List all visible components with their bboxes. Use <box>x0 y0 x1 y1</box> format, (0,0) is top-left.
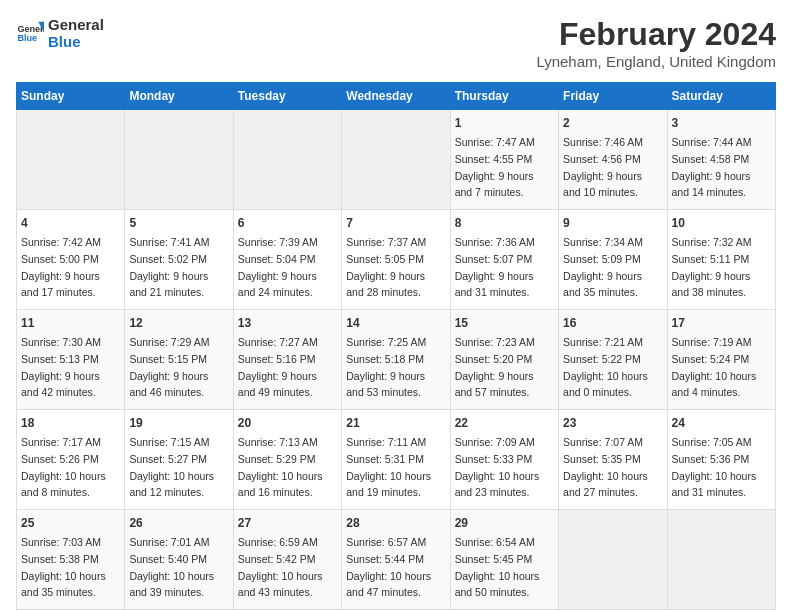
calendar-cell: 24Sunrise: 7:05 AM Sunset: 5:36 PM Dayli… <box>667 410 775 510</box>
calendar-cell: 5Sunrise: 7:41 AM Sunset: 5:02 PM Daylig… <box>125 210 233 310</box>
day-number: 23 <box>563 414 662 432</box>
weekday-header-monday: Monday <box>125 83 233 110</box>
calendar-cell: 18Sunrise: 7:17 AM Sunset: 5:26 PM Dayli… <box>17 410 125 510</box>
calendar-cell: 14Sunrise: 7:25 AM Sunset: 5:18 PM Dayli… <box>342 310 450 410</box>
calendar-cell: 22Sunrise: 7:09 AM Sunset: 5:33 PM Dayli… <box>450 410 558 510</box>
day-number: 10 <box>672 214 771 232</box>
day-info: Sunrise: 7:25 AM Sunset: 5:18 PM Dayligh… <box>346 336 426 398</box>
day-number: 7 <box>346 214 445 232</box>
calendar-cell: 11Sunrise: 7:30 AM Sunset: 5:13 PM Dayli… <box>17 310 125 410</box>
day-number: 16 <box>563 314 662 332</box>
calendar-cell: 29Sunrise: 6:54 AM Sunset: 5:45 PM Dayli… <box>450 510 558 610</box>
page-subtitle: Lyneham, England, United Kingdom <box>536 53 776 70</box>
calendar-table: SundayMondayTuesdayWednesdayThursdayFrid… <box>16 82 776 610</box>
day-info: Sunrise: 7:34 AM Sunset: 5:09 PM Dayligh… <box>563 236 643 298</box>
weekday-header-friday: Friday <box>559 83 667 110</box>
calendar-cell: 7Sunrise: 7:37 AM Sunset: 5:05 PM Daylig… <box>342 210 450 310</box>
day-number: 5 <box>129 214 228 232</box>
day-number: 11 <box>21 314 120 332</box>
calendar-cell: 2Sunrise: 7:46 AM Sunset: 4:56 PM Daylig… <box>559 110 667 210</box>
day-number: 24 <box>672 414 771 432</box>
day-number: 27 <box>238 514 337 532</box>
day-info: Sunrise: 7:03 AM Sunset: 5:38 PM Dayligh… <box>21 536 106 598</box>
day-info: Sunrise: 7:32 AM Sunset: 5:11 PM Dayligh… <box>672 236 752 298</box>
calendar-cell: 13Sunrise: 7:27 AM Sunset: 5:16 PM Dayli… <box>233 310 341 410</box>
weekday-header-saturday: Saturday <box>667 83 775 110</box>
logo: General Blue General Blue <box>16 16 104 50</box>
day-info: Sunrise: 7:42 AM Sunset: 5:00 PM Dayligh… <box>21 236 101 298</box>
logo-text-blue: Blue <box>48 33 104 50</box>
day-number: 29 <box>455 514 554 532</box>
day-number: 8 <box>455 214 554 232</box>
weekday-header-tuesday: Tuesday <box>233 83 341 110</box>
day-number: 17 <box>672 314 771 332</box>
calendar-cell: 8Sunrise: 7:36 AM Sunset: 5:07 PM Daylig… <box>450 210 558 310</box>
title-block: February 2024 Lyneham, England, United K… <box>536 16 776 70</box>
day-number: 21 <box>346 414 445 432</box>
calendar-cell: 4Sunrise: 7:42 AM Sunset: 5:00 PM Daylig… <box>17 210 125 310</box>
calendar-week-row: 1Sunrise: 7:47 AM Sunset: 4:55 PM Daylig… <box>17 110 776 210</box>
day-number: 28 <box>346 514 445 532</box>
page-title: February 2024 <box>536 16 776 53</box>
day-info: Sunrise: 7:09 AM Sunset: 5:33 PM Dayligh… <box>455 436 540 498</box>
weekday-header-row: SundayMondayTuesdayWednesdayThursdayFrid… <box>17 83 776 110</box>
calendar-cell: 20Sunrise: 7:13 AM Sunset: 5:29 PM Dayli… <box>233 410 341 510</box>
calendar-cell: 17Sunrise: 7:19 AM Sunset: 5:24 PM Dayli… <box>667 310 775 410</box>
day-info: Sunrise: 6:54 AM Sunset: 5:45 PM Dayligh… <box>455 536 540 598</box>
day-number: 25 <box>21 514 120 532</box>
day-info: Sunrise: 7:15 AM Sunset: 5:27 PM Dayligh… <box>129 436 214 498</box>
day-info: Sunrise: 7:46 AM Sunset: 4:56 PM Dayligh… <box>563 136 643 198</box>
day-info: Sunrise: 7:37 AM Sunset: 5:05 PM Dayligh… <box>346 236 426 298</box>
calendar-cell: 28Sunrise: 6:57 AM Sunset: 5:44 PM Dayli… <box>342 510 450 610</box>
page-header: General Blue General Blue February 2024 … <box>16 16 776 70</box>
day-number: 9 <box>563 214 662 232</box>
day-info: Sunrise: 6:59 AM Sunset: 5:42 PM Dayligh… <box>238 536 323 598</box>
day-number: 12 <box>129 314 228 332</box>
calendar-cell: 25Sunrise: 7:03 AM Sunset: 5:38 PM Dayli… <box>17 510 125 610</box>
day-info: Sunrise: 7:19 AM Sunset: 5:24 PM Dayligh… <box>672 336 757 398</box>
calendar-cell: 1Sunrise: 7:47 AM Sunset: 4:55 PM Daylig… <box>450 110 558 210</box>
weekday-header-sunday: Sunday <box>17 83 125 110</box>
day-info: Sunrise: 7:41 AM Sunset: 5:02 PM Dayligh… <box>129 236 209 298</box>
day-info: Sunrise: 7:05 AM Sunset: 5:36 PM Dayligh… <box>672 436 757 498</box>
day-number: 13 <box>238 314 337 332</box>
day-number: 4 <box>21 214 120 232</box>
calendar-cell <box>125 110 233 210</box>
svg-text:General: General <box>17 24 44 34</box>
day-number: 19 <box>129 414 228 432</box>
day-info: Sunrise: 7:21 AM Sunset: 5:22 PM Dayligh… <box>563 336 648 398</box>
day-number: 1 <box>455 114 554 132</box>
logo-icon: General Blue <box>16 19 44 47</box>
day-number: 18 <box>21 414 120 432</box>
calendar-cell: 23Sunrise: 7:07 AM Sunset: 5:35 PM Dayli… <box>559 410 667 510</box>
day-number: 2 <box>563 114 662 132</box>
svg-text:Blue: Blue <box>17 33 37 43</box>
day-info: Sunrise: 7:01 AM Sunset: 5:40 PM Dayligh… <box>129 536 214 598</box>
calendar-week-row: 11Sunrise: 7:30 AM Sunset: 5:13 PM Dayli… <box>17 310 776 410</box>
day-number: 15 <box>455 314 554 332</box>
day-info: Sunrise: 6:57 AM Sunset: 5:44 PM Dayligh… <box>346 536 431 598</box>
day-number: 26 <box>129 514 228 532</box>
calendar-cell: 9Sunrise: 7:34 AM Sunset: 5:09 PM Daylig… <box>559 210 667 310</box>
calendar-cell: 16Sunrise: 7:21 AM Sunset: 5:22 PM Dayli… <box>559 310 667 410</box>
day-info: Sunrise: 7:44 AM Sunset: 4:58 PM Dayligh… <box>672 136 752 198</box>
day-info: Sunrise: 7:39 AM Sunset: 5:04 PM Dayligh… <box>238 236 318 298</box>
calendar-cell <box>342 110 450 210</box>
day-info: Sunrise: 7:11 AM Sunset: 5:31 PM Dayligh… <box>346 436 431 498</box>
calendar-week-row: 4Sunrise: 7:42 AM Sunset: 5:00 PM Daylig… <box>17 210 776 310</box>
calendar-cell: 6Sunrise: 7:39 AM Sunset: 5:04 PM Daylig… <box>233 210 341 310</box>
calendar-cell: 15Sunrise: 7:23 AM Sunset: 5:20 PM Dayli… <box>450 310 558 410</box>
calendar-cell <box>667 510 775 610</box>
day-number: 22 <box>455 414 554 432</box>
day-info: Sunrise: 7:07 AM Sunset: 5:35 PM Dayligh… <box>563 436 648 498</box>
calendar-cell <box>17 110 125 210</box>
calendar-cell: 27Sunrise: 6:59 AM Sunset: 5:42 PM Dayli… <box>233 510 341 610</box>
day-info: Sunrise: 7:13 AM Sunset: 5:29 PM Dayligh… <box>238 436 323 498</box>
calendar-cell: 19Sunrise: 7:15 AM Sunset: 5:27 PM Dayli… <box>125 410 233 510</box>
day-number: 6 <box>238 214 337 232</box>
day-info: Sunrise: 7:47 AM Sunset: 4:55 PM Dayligh… <box>455 136 535 198</box>
logo-text-general: General <box>48 16 104 33</box>
calendar-cell: 21Sunrise: 7:11 AM Sunset: 5:31 PM Dayli… <box>342 410 450 510</box>
calendar-cell: 26Sunrise: 7:01 AM Sunset: 5:40 PM Dayli… <box>125 510 233 610</box>
day-info: Sunrise: 7:23 AM Sunset: 5:20 PM Dayligh… <box>455 336 535 398</box>
